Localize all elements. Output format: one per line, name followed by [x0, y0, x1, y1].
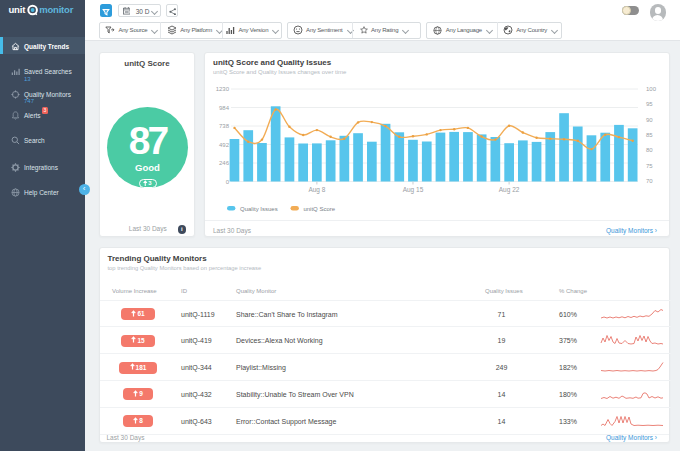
- svg-text:100: 100: [646, 86, 657, 92]
- svg-text:Aug 22: Aug 22: [499, 186, 520, 194]
- svg-text:738: 738: [219, 123, 230, 129]
- svg-text:80: 80: [646, 147, 653, 153]
- svg-text:246: 246: [219, 160, 230, 166]
- svg-text:unitQ Score: unitQ Score: [303, 206, 335, 212]
- svg-text:90: 90: [646, 117, 653, 123]
- svg-text:unit: unit: [9, 4, 27, 15]
- svg-text:Aug 15: Aug 15: [403, 186, 424, 194]
- svg-text:1230: 1230: [216, 86, 230, 92]
- svg-text:monitor: monitor: [39, 4, 73, 15]
- svg-text:492: 492: [219, 142, 230, 148]
- svg-text:984: 984: [219, 105, 230, 111]
- svg-text:95: 95: [646, 101, 653, 107]
- svg-text:0: 0: [226, 179, 230, 185]
- svg-text:85: 85: [646, 132, 653, 138]
- svg-text:70: 70: [646, 178, 653, 184]
- svg-text:75: 75: [646, 163, 653, 169]
- svg-text:Quality Issues: Quality Issues: [240, 206, 278, 212]
- svg-text:Aug 8: Aug 8: [308, 186, 325, 194]
